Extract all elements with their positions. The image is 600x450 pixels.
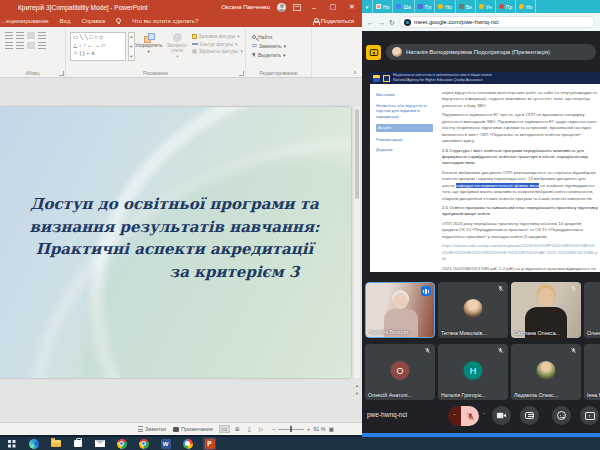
word-icon[interactable] xyxy=(160,438,171,449)
participant-tile[interactable]: Інна М xyxy=(584,344,600,400)
paragraph-dialog-launcher[interactable] xyxy=(59,71,64,76)
participant-tile[interactable]: Олена... xyxy=(584,282,600,338)
slide[interactable]: Доступ до освітньої програми та визнання… xyxy=(0,107,351,378)
select-button[interactable]: Выделить▾ xyxy=(252,52,309,58)
file-explorer-icon[interactable] xyxy=(50,438,61,449)
doc-nav-grounds[interactable]: Наявність або відсутність підстав для ві… xyxy=(376,103,433,120)
back-button[interactable]: ← xyxy=(367,19,374,26)
browser-tab[interactable]: Пр xyxy=(496,0,516,13)
quick-styles-button[interactable]: Экспресс-стили ▾ xyxy=(163,30,192,67)
comments-button[interactable]: Примечания xyxy=(173,426,213,432)
next-slide-button[interactable]: ▼ xyxy=(353,391,361,396)
participant-tile[interactable]: Н Наталія Григоріє... xyxy=(438,344,508,400)
doc-nav-annexes[interactable]: Додатки xyxy=(376,147,433,153)
reload-button[interactable]: ↻ xyxy=(389,19,395,26)
fit-slide-button[interactable]: ▣ xyxy=(329,426,334,432)
share-button[interactable]: Поделиться xyxy=(313,18,354,24)
tell-me-icon xyxy=(116,18,121,23)
chrome-window: ▾ MНо Ша Пл Но Ви Ун Пр Но ← → ↻ meet.go… xyxy=(362,0,600,437)
participant-tile[interactable]: Людмила Олекс... xyxy=(511,344,581,400)
previous-slide-button[interactable]: ▲ xyxy=(353,383,361,388)
mic-options-chevron-icon[interactable]: ˆ xyxy=(448,406,461,426)
close-button[interactable]: ✕ xyxy=(346,3,358,11)
indent-icon[interactable] xyxy=(27,32,35,39)
align-left-icon[interactable] xyxy=(5,42,13,49)
slide-scrollbar[interactable] xyxy=(354,107,360,378)
camera-options-chevron-icon[interactable]: ˆ xyxy=(483,412,485,418)
drawing-group-label: Рисование xyxy=(66,70,245,76)
menu-review[interactable]: ...ецензирование xyxy=(1,18,49,24)
zoom-slider[interactable] xyxy=(278,429,304,430)
minimize-button[interactable]: – xyxy=(308,4,320,11)
browser-tab[interactable]: MНо xyxy=(373,0,393,13)
zoom-slider-knob[interactable] xyxy=(290,426,293,432)
shape-outline-button[interactable]: Контур фигуры▾ xyxy=(192,42,243,47)
scrollbar-thumb[interactable] xyxy=(355,109,359,199)
browser-tab[interactable]: Но xyxy=(435,0,455,13)
drawing-dialog-launcher[interactable] xyxy=(239,71,244,76)
doc-nav-recommendations[interactable]: Рекомендації xyxy=(376,137,433,143)
ribbon-group-editing: Найти Заменить▾ Выделить▾ Редактирование xyxy=(246,27,312,77)
view-sorter-button[interactable]: ⊞ xyxy=(233,426,242,432)
participant-tile[interactable]: Наталія Володи... xyxy=(365,282,435,338)
arrange-button[interactable]: Упорядочить ▾ xyxy=(135,30,164,67)
tell-me-box[interactable]: Что вы хотите сделать? xyxy=(132,18,198,24)
columns-icon[interactable] xyxy=(27,42,35,49)
browser-tab[interactable]: Пл xyxy=(415,0,436,13)
camera-button[interactable] xyxy=(492,406,511,425)
edge-icon[interactable] xyxy=(28,438,39,449)
bullets-icon[interactable] xyxy=(5,32,13,39)
mail-icon[interactable] xyxy=(94,438,105,449)
notes-button[interactable]: Заметки xyxy=(138,426,166,432)
maximize-button[interactable]: ▢ xyxy=(327,3,339,11)
zoom-out-button[interactable]: – xyxy=(272,426,275,432)
numbering-icon[interactable] xyxy=(16,32,24,39)
chrome-profile-icon[interactable] xyxy=(138,438,149,449)
presenter-pill[interactable]: Наталія Володимирівна Подопригора (Презе… xyxy=(386,44,596,60)
collapse-ribbon-icon[interactable]: ∧ xyxy=(353,69,357,75)
zoom-level[interactable]: 91 % xyxy=(313,426,326,432)
menu-help[interactable]: Справка xyxy=(81,18,105,24)
align-center-icon[interactable] xyxy=(16,42,24,49)
doc-nav-analysis[interactable]: Аналіз xyxy=(376,124,433,132)
doc-link[interactable]: https://ed.onu.edu.ua/wp-content/uploads… xyxy=(442,243,599,262)
google-icon[interactable] xyxy=(182,438,193,449)
chrome-icon[interactable] xyxy=(116,438,127,449)
ribbon-display-options-icon[interactable] xyxy=(293,4,301,11)
browser-tab[interactable]: Ви xyxy=(456,0,476,13)
presentation-pin-chip[interactable] xyxy=(366,45,381,60)
participant-tile[interactable]: Тетяна Миколаїв... xyxy=(438,282,508,338)
ppt-titlebar[interactable]: Критерій 3[Compatibility Mode] - PowerPo… xyxy=(0,0,362,14)
browser-tab[interactable]: Ун xyxy=(476,0,496,13)
text-direction-icon[interactable] xyxy=(38,42,46,49)
menu-view[interactable]: Вид xyxy=(60,18,71,24)
view-slideshow-button[interactable]: ▷ xyxy=(257,426,265,432)
zoom-in-button[interactable]: + xyxy=(307,426,310,432)
line-spacing-icon[interactable] xyxy=(38,32,46,39)
user-avatar[interactable] xyxy=(277,3,286,12)
view-reading-button[interactable]: ▯ xyxy=(246,426,253,432)
forward-button[interactable]: → xyxy=(378,19,385,26)
tab-search-button[interactable]: ▾ xyxy=(362,0,373,13)
shape-fill-button[interactable]: Заливка фигуры▾ xyxy=(192,34,243,39)
find-button[interactable]: Найти xyxy=(252,34,309,40)
address-bar[interactable]: meet.google.com/pwe-hwnq-nci xyxy=(399,16,595,28)
view-normal-button[interactable]: ▭ xyxy=(220,426,229,432)
start-button[interactable] xyxy=(6,438,17,449)
mic-button[interactable]: ˆ xyxy=(448,406,479,426)
doc-nav-conclusions[interactable]: Висновки xyxy=(376,92,433,98)
browser-tab[interactable]: Но xyxy=(516,0,536,13)
shapes-gallery[interactable]: ▭ ╲ ╲ □ ○ ◇ △ ↓ ↑ ← → ▱ ☆ ( ) ~ ∧ xyxy=(70,32,126,61)
captions-button[interactable] xyxy=(520,406,539,425)
reactions-button[interactable] xyxy=(552,406,571,425)
store-icon[interactable] xyxy=(72,438,83,449)
participant-tile[interactable]: Світлана Олекса... xyxy=(511,282,581,338)
replace-button[interactable]: Заменить▾ xyxy=(252,43,309,49)
powerpoint-icon[interactable] xyxy=(204,438,215,449)
shape-effects-button[interactable]: Эффекты фигуры▾ xyxy=(192,49,243,54)
mic-off-icon xyxy=(424,347,431,354)
participant-tile[interactable]: О Олексій Анатолі... xyxy=(365,344,435,400)
browser-tab[interactable]: Ша xyxy=(393,0,414,13)
present-button[interactable]: ↑ xyxy=(580,406,599,425)
ppt-menubar: ...ецензирование Вид Справка Что вы хоти… xyxy=(0,14,362,27)
